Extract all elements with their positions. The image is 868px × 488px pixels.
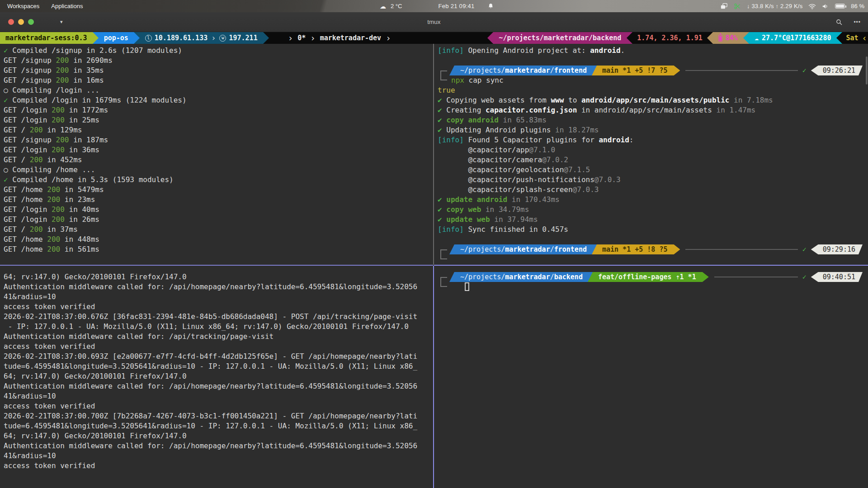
powerline-separator [93,32,99,44]
log-text: 200 [47,185,60,194]
menu-bar-left: Workspaces Applications [0,3,83,9]
log-text: 200 [30,155,43,164]
log-text: android [599,136,629,144]
wifi-icon[interactable] [808,3,816,9]
notifications-icon[interactable] [487,3,494,9]
tmux-window-name[interactable]: marketradar-dev [320,32,381,44]
terminal-line: access token verified [4,461,433,471]
search-icon[interactable] [835,19,843,26]
terminal-line: GET /home 200 in 561ms [4,244,433,254]
pane-divider-vertical-active[interactable] [433,266,434,488]
log-text: to [564,96,581,104]
log-text: in 7.18ms [729,96,773,104]
menu-ellipsis-icon[interactable]: ••• [854,19,861,25]
log-text: in 34.79ms [481,205,529,214]
tmux-ip-segment: l 10.189.61.133 › w 197.211 [140,32,263,44]
log-text: 2026-02-21T08:37:00.676Z [36fac831-2394-… [4,312,417,321]
log-text: Compiled /home in 5.3s (1593 modules) [8,175,174,184]
terminal-line: ✔ copy web in 34.79ms [438,205,868,215]
log-text: / [550,66,554,75]
log-text: 200 [52,215,65,224]
desktop: Workspaces Applications ☁ 2 °C Feb 21 09… [0,0,868,488]
terminal-line: @capacitor/geolocation@7.1.5 [438,165,868,175]
terminal-line: GET /signup 200 in 16ms [4,75,433,85]
log-text: in 5479ms [60,185,104,194]
exit-status-check-icon: ✓ [802,244,807,254]
log-text: update android [442,195,508,204]
log-text: 2026-02-21T08:37:00.700Z [7b2268a7-4267-… [4,412,417,420]
pane-divider-horizontal-active[interactable] [434,265,868,266]
log-text: in 129ms [43,126,82,134]
scissors-tray-icon[interactable] [734,3,741,10]
log-text: npx [451,76,464,84]
pane-backend-logs[interactable]: 64; rv:147.0) Gecko/20100101 Firefox/147… [0,266,433,488]
command-line[interactable] [438,254,868,264]
log-text: ○ Compiling /home ... [4,165,95,174]
log-text: update web [442,215,490,224]
tmux-window-index[interactable]: 0* [297,32,306,44]
scrollbar[interactable] [866,56,868,84]
powerline-separator [627,32,632,44]
pane-divider-vertical[interactable] [433,44,434,265]
tmux-hostname: pop-os [99,32,134,44]
log-text: GET /login [4,145,52,154]
log-text: @capacitor/camera [438,155,542,164]
powerline-separator [743,32,749,44]
terminal-line: [info] Found 5 Capacitor plugins for and… [438,135,868,145]
log-text: GET / [4,225,30,234]
log-text: 200 [52,116,65,124]
log-text: 64; rv:147.0) Gecko/20100101 Firefox/147… [4,372,187,380]
log-text: in 36ms [65,145,99,154]
log-text: Creating [442,106,486,114]
log-text: GET / [4,126,30,134]
log-text: 200 [47,235,60,244]
log-text: in 561ms [60,245,99,253]
log-text: in 35ms [69,66,104,75]
log-text: [info] [438,46,464,55]
tmux-window-list[interactable]: › 0* › marketradar-dev › [288,32,391,44]
menu-clock[interactable]: Feb 21 09:41 [438,3,474,9]
log-text: ✔ [438,96,442,104]
pane-divider-horizontal[interactable] [0,265,433,266]
shell-prompt: ~/projects/marketradar/backendfeat/offli… [438,272,868,292]
log-text: @7.0.3 [594,175,621,184]
log-text: Authentication middleware called for: /a… [4,382,417,390]
terminal-line: ✔ Copying web assets from www to android… [438,95,868,105]
log-text: in 1.47ms [712,106,755,114]
command-line[interactable] [438,282,868,292]
terminal-area: ✓ Compiled /signup in 2.6s (1207 modules… [0,44,868,488]
log-text: copy web [442,205,481,214]
terminal-line: ✔ copy android in 65.83ms [438,115,868,125]
log-text: @capacitor/geolocation [438,165,564,174]
menu-applications[interactable]: Applications [51,3,83,9]
window-titlebar[interactable]: ▾ tmux ••• [0,12,868,32]
pane-frontend-dev-server[interactable]: ✓ Compiled /signup in 2.6s (1207 modules… [0,44,433,265]
terminal-line: GET /home 200 in 5479ms [4,185,433,195]
pane-backend-shell-active[interactable]: ~/projects/marketradar/backendfeat/offli… [434,266,868,488]
battery-icon[interactable] [835,4,845,9]
terminal-line: 2026-02-21T08:37:00.693Z [e2a00677-e7f7-… [4,352,433,361]
network-speed-indicator[interactable]: ↓ 33.8 K/s ↑ 2.29 K/s [747,3,802,9]
chevron-edge-icon: ‹ [862,32,868,44]
terminal-line: GET /login 200 in 25ms [4,115,433,125]
displays-tray-icon[interactable] [720,3,728,9]
log-text: @7.1.0 [529,145,555,154]
battery-icon [718,35,722,42]
pane-capacitor-sync[interactable]: [info] Opening Android project at: andro… [434,44,868,265]
log-text: 2026-02-21T08:37:00.693Z [e2a00677-e7f7-… [4,352,417,361]
prompt-line: ~/projects/marketradar/frontendmain *1 +… [449,244,863,254]
tmux-current-path: ~/projects/marketradar/backend [493,32,627,44]
log-text: ✔ [438,116,442,124]
log-text: access token verified [4,402,95,410]
terminal-line: 64; rv:147.0) Gecko/20100101 Firefox/147… [4,272,433,282]
command-line[interactable]: npx cap sync [438,75,868,85]
log-text: 41&radius=10 [4,392,56,400]
tmux-weather-segment: ☁ 27.7°C@1771663280 [749,32,837,44]
volume-icon[interactable] [822,3,829,9]
tmux-status-right: ~/projects/marketradar/backend 1.74, 2.3… [487,32,868,44]
wan-ip: 197.211 [229,32,257,44]
log-text: Compiled /signup in 2.6s (1207 modules) [8,46,182,55]
terminal-line: GET / 200 in 452ms [4,155,433,165]
log-text: . [621,46,625,55]
menu-workspaces[interactable]: Workspaces [7,3,39,9]
